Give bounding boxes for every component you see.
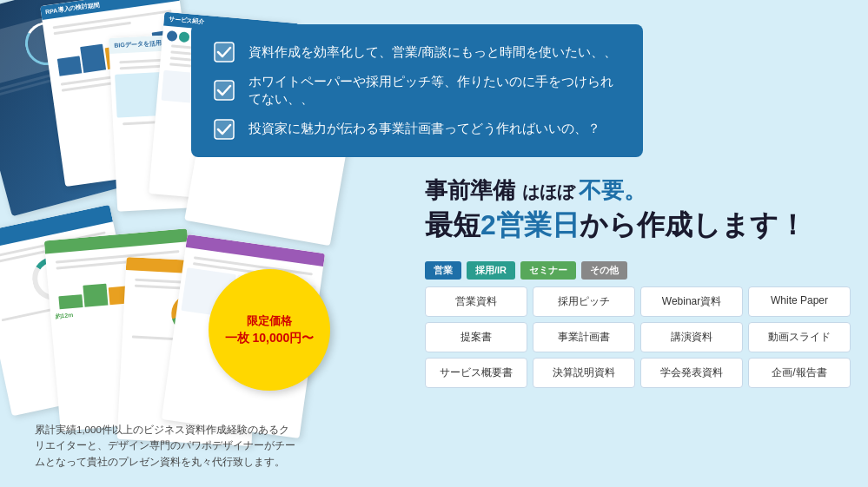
service-gakkai: 学会発表資料 (640, 358, 743, 388)
service-service-gaiyou: サービス概要書 (425, 358, 527, 388)
checklist-item-2: ホワイトペーパーや採用ピッチ等、作りたいのに手をつけられてない、、 (212, 73, 622, 109)
check-icon-2 (212, 78, 236, 102)
headline-kara: から作成します！ (580, 209, 806, 240)
service-eigyo-shiryo: 営業資料 (425, 286, 527, 317)
headline-mid: はほぼ (522, 182, 580, 201)
service-saiyo-pitch: 採用ピッチ (533, 286, 635, 317)
service-kessan: 決算説明資料 (533, 358, 635, 388)
bottom-description: 累計実績1,000件以上のビジネス資料作成経験のあるクリエイターと、デザイン専門… (35, 422, 295, 470)
service-teian: 提案書 (425, 322, 527, 352)
service-jigyo-keikaku: 事業計画書 (533, 322, 635, 352)
service-whitepaper: White Paper (748, 286, 851, 317)
tag-seminar: セミナー (520, 261, 576, 280)
checklist-text-1: 資料作成を効率化して、営業/商談にもっと時間を使いたい、、 (248, 43, 617, 61)
tag-other: その他 (581, 261, 627, 280)
price-label: 限定価格 (247, 313, 292, 329)
headline-line2: 最短2営業日から作成します！ (425, 207, 851, 244)
service-webinar: Webinar資料 (640, 286, 743, 317)
right-content: 事前準備 はほぼ 不要。 最短2営業日から作成します！ 営業 採用/IR セミナ… (399, 174, 868, 393)
service-grid: 営業資料 採用ピッチ Webinar資料 White Paper 提案書 事業計… (425, 286, 851, 388)
checklist-text-2: ホワイトペーパーや採用ピッチ等、作りたいのに手をつけられてない、、 (248, 73, 622, 109)
description-text: 累計実績1,000件以上のビジネス資料作成経験のあるクリエイターと、デザイン専門… (35, 424, 295, 467)
price-value: 一枚 10,000円〜 (225, 331, 315, 346)
check-icon-3 (212, 117, 236, 141)
headline-2days: 2営業日 (480, 209, 580, 240)
checklist-item-1: 資料作成を効率化して、営業/商談にもっと時間を使いたい、、 (212, 40, 622, 64)
headline-saisho: 最短 (425, 209, 480, 240)
tag-eigyo: 営業 (425, 261, 461, 280)
tag-saiyo: 採用/IR (467, 261, 515, 280)
headline: 事前準備 はほぼ 不要。 最短2営業日から作成します！ (425, 174, 851, 244)
service-doga: 動画スライド (748, 322, 851, 352)
checklist-item-3: 投資家に魅力が伝わる事業計画書ってどう作ればいいの、？ (212, 117, 622, 141)
headline-fuyo: 不要。 (579, 177, 646, 203)
headline-jizen: 事前準備 (425, 177, 515, 203)
service-koen: 講演資料 (640, 322, 743, 352)
check-icon-1 (212, 40, 236, 64)
headline-line1: 事前準備 はほぼ 不要。 (425, 174, 851, 207)
service-kikaku: 企画/報告書 (748, 358, 851, 388)
checklist-text-3: 投資家に魅力が伝わる事業計画書ってどう作ればいいの、？ (248, 120, 600, 137)
tags-row: 営業 採用/IR セミナー その他 (425, 261, 851, 280)
checklist-box: 資料作成を効率化して、営業/商談にもっと時間を使いたい、、 ホワイトペーパーや採… (191, 24, 643, 157)
price-badge: 限定価格 一枚 10,000円〜 (209, 269, 330, 391)
